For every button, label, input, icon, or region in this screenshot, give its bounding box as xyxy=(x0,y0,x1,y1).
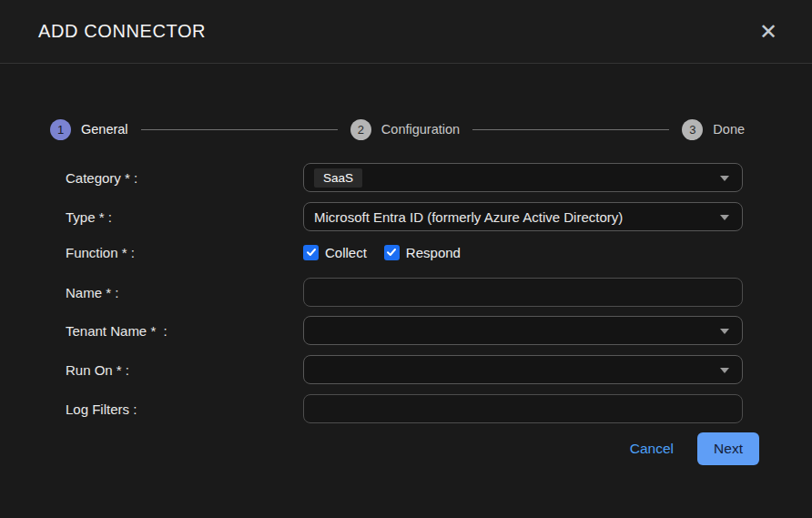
function-label: Function * : xyxy=(66,245,303,260)
respond-checkbox-label: Respond xyxy=(406,245,461,260)
type-selected-value: Microsoft Entra ID (formerly Azure Activ… xyxy=(314,209,623,225)
log-filters-row: Log Filters : xyxy=(0,394,812,423)
function-row: Function * : Collect Respond xyxy=(0,242,812,262)
category-label: Category * : xyxy=(66,170,303,186)
log-filters-label: Log Filters : xyxy=(66,401,303,417)
cancel-button[interactable]: Cancel xyxy=(630,441,674,457)
tenant-name-select[interactable] xyxy=(303,316,743,345)
checkbox-checked-icon[interactable] xyxy=(384,245,400,260)
collect-checkbox-label: Collect xyxy=(325,245,367,260)
type-label: Type * : xyxy=(66,209,303,225)
stepper-line xyxy=(141,129,338,130)
name-input[interactable] xyxy=(303,278,743,307)
step-done-number: 3 xyxy=(682,119,703,140)
step-done-label: Done xyxy=(713,122,745,137)
dialog-title: ADD CONNECTOR xyxy=(38,21,206,42)
dialog-actions: Cancel Next xyxy=(0,432,812,465)
close-icon[interactable]: ✕ xyxy=(752,17,785,46)
next-button[interactable]: Next xyxy=(697,432,759,465)
category-select[interactable]: SaaS xyxy=(303,163,743,192)
step-configuration-number: 2 xyxy=(350,119,371,140)
stepper-line xyxy=(472,129,669,130)
category-row: Category * : SaaS xyxy=(0,163,812,192)
log-filters-input[interactable] xyxy=(303,394,743,423)
type-select[interactable]: Microsoft Entra ID (formerly Azure Activ… xyxy=(303,202,743,231)
chevron-down-icon xyxy=(720,176,729,181)
step-configuration-label: Configuration xyxy=(381,122,460,137)
run-on-label: Run On * : xyxy=(66,362,303,378)
run-on-select[interactable] xyxy=(303,355,743,384)
checkbox-checked-icon[interactable] xyxy=(303,245,319,260)
chevron-down-icon xyxy=(720,215,729,220)
stepper: 1 General 2 Configuration 3 Done xyxy=(50,118,745,140)
chevron-down-icon xyxy=(720,329,729,334)
name-row: Name * : xyxy=(0,278,812,307)
respond-checkbox-option[interactable]: Respond xyxy=(384,245,461,260)
tenant-name-label: Tenant Name * : xyxy=(66,323,303,339)
chevron-down-icon xyxy=(720,368,729,373)
step-configuration: 2 Configuration xyxy=(350,119,460,140)
add-connector-dialog: ADD CONNECTOR ✕ 1 General 2 Configuratio… xyxy=(0,0,812,518)
name-label: Name * : xyxy=(66,285,303,300)
collect-checkbox-option[interactable]: Collect xyxy=(303,245,367,260)
category-selected-value: SaaS xyxy=(314,168,362,188)
step-general: 1 General xyxy=(50,119,128,140)
run-on-row: Run On * : xyxy=(0,355,812,384)
type-row: Type * : Microsoft Entra ID (formerly Az… xyxy=(0,202,812,231)
step-general-label: General xyxy=(81,122,128,137)
tenant-name-row: Tenant Name * : xyxy=(0,316,812,345)
step-done: 3 Done xyxy=(682,119,745,140)
step-general-number: 1 xyxy=(50,119,71,140)
dialog-header: ADD CONNECTOR ✕ xyxy=(0,0,812,64)
